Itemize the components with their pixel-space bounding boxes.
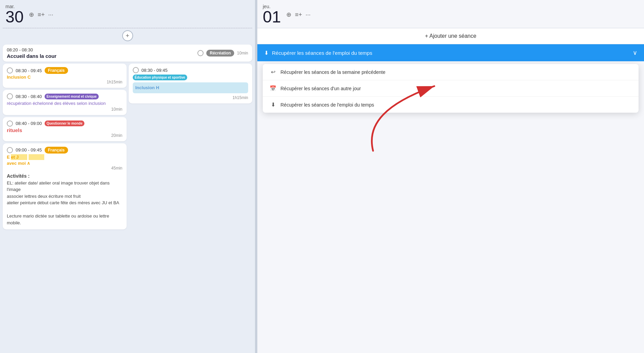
right-day-panel: jeu. 01 ⊕ ≡+ ··· + Ajouter une séance ⬇ … (257, 0, 644, 353)
more-icon[interactable]: ··· (48, 11, 53, 18)
right-day-number: 01 (263, 9, 281, 25)
filter-icon[interactable]: ≡+ (37, 11, 45, 18)
col-right: 08:30 - 09:45 Éducation physique et spor… (129, 64, 253, 229)
recreation-right: Récréation 10min (197, 50, 248, 57)
session2-content: récupération échelonné des élèves selon … (7, 100, 123, 107)
recreation-title: Accueil dans la cour (7, 53, 57, 59)
recuperer-semaine-precedente[interactable]: ↩ Récupérer les séances de la semaine pr… (263, 64, 639, 80)
right-download-icon[interactable]: ⊕ (286, 11, 291, 18)
qm-row-top: 08:40 - 09:00 Questionner le monde (7, 121, 123, 127)
session4-content: rituels (7, 127, 123, 133)
add-button-row: + (0, 28, 255, 43)
session5-content-orange: E et J (7, 154, 123, 160)
recuperer-left: ⬇ Récupérer les séances de l'emploi du t… (264, 50, 372, 56)
session-row-top: 08:30 - 09:45 Français (7, 67, 123, 74)
inclusion-h-card: Inclusion H (133, 82, 248, 93)
session2-time: 08:30 - 08:40 (16, 94, 42, 99)
recreation-duration: 10min (237, 51, 248, 55)
sessions-area: 08:20 - 08:30 Accueil dans la cour Récré… (0, 43, 255, 353)
session3-title: Inclusion H (135, 85, 159, 90)
left-day-header: mar. 30 ⊕ ≡+ ··· (0, 0, 255, 28)
session5-content2: avec moi ∧ (7, 161, 123, 166)
recreation-check[interactable] (197, 50, 204, 56)
session3-time: 08:30 - 09:45 (142, 68, 168, 73)
session-francais-inclusion[interactable]: 08:30 - 09:45 Français Inclusion C 1h15m… (3, 64, 127, 88)
undo-icon: ↩ (270, 69, 276, 75)
session5-time: 09:00 - 09:45 (16, 147, 42, 153)
recuperer-autre-jour[interactable]: 📅 Récupérer les séances d'un autre jour (263, 80, 639, 97)
recuperer-dropdown-header[interactable]: ⬇ Récupérer les séances de l'emploi du t… (257, 44, 644, 61)
session4-time: 08:40 - 09:00 (16, 121, 42, 126)
download-icon[interactable]: ⊕ (29, 11, 34, 18)
session3-badge: Éducation physique et sportive (133, 75, 187, 80)
check-inclusion-c[interactable] (7, 67, 13, 74)
recuperer-jour-label: Récupérer les séances d'un autre jour (280, 86, 361, 91)
recuperer-chevron: ∨ (633, 49, 637, 57)
right-filter-icon[interactable]: ≡+ (295, 11, 302, 18)
recreation-card[interactable]: 08:20 - 08:30 Accueil dans la cour Récré… (3, 45, 252, 62)
session5-activities: EL: atelier date/ atelier oral image tro… (7, 180, 123, 226)
right-header-icons: ⊕ ≡+ ··· (286, 11, 310, 18)
add-circle-button[interactable]: + (122, 30, 133, 41)
check-qm[interactable] (7, 121, 13, 127)
session2-duration: 10min (111, 107, 123, 112)
session1-title: Inclusion C (7, 75, 123, 80)
session-emc[interactable]: 08:30 - 08:40 Enseignement moral et civi… (3, 90, 127, 115)
session5-badge: Français (45, 147, 68, 154)
recuperer-icon: ⬇ (264, 50, 269, 56)
recuperer-semaine-label: Récupérer les séances de la semaine préc… (280, 69, 385, 75)
session-eps-inclusion[interactable]: 08:30 - 09:45 Éducation physique et spor… (129, 64, 253, 103)
import-icon: ⬇ (270, 101, 276, 108)
session5-duration: 45min (111, 166, 123, 171)
session-questionner[interactable]: 08:40 - 09:00 Questionner le monde ritue… (3, 117, 127, 141)
session1-time: 08:30 - 09:45 (16, 68, 42, 73)
session2-badge: Enseignement moral et civique (45, 94, 99, 99)
add-session-button[interactable]: + Ajouter une séance (257, 28, 644, 44)
left-header-icons: ⊕ ≡+ ··· (29, 11, 53, 18)
session-francais-moi[interactable]: 09:00 - 09:45 Français E et J avec moi ∧… (3, 143, 127, 230)
session4-badge: Questionner le monde (45, 121, 85, 126)
recreation-badge: Récréation (206, 50, 234, 57)
session5-activities-label: Activités : (7, 173, 123, 180)
recuperer-dropdown-menu: ↩ Récupérer les séances de la semaine pr… (263, 64, 639, 113)
recreation-left: 08:20 - 08:30 Accueil dans la cour (7, 47, 57, 59)
recuperer-emploi-label: Récupérer les séances de l'emploi du tem… (280, 102, 374, 108)
check-emc[interactable] (7, 93, 13, 99)
right-more-icon[interactable]: ··· (305, 11, 310, 18)
calendar-icon: 📅 (270, 85, 276, 92)
recreation-time: 08:20 - 08:30 (7, 47, 57, 52)
left-day-number: 30 (5, 9, 23, 25)
emc-row-top: 08:30 - 08:40 Enseignement moral et civi… (7, 93, 123, 99)
recuperer-emploi-temps[interactable]: ⬇ Récupérer les séances de l'emploi du t… (263, 97, 639, 113)
eps-row-top: 08:30 - 09:45 (133, 67, 248, 73)
check-eps[interactable] (133, 67, 139, 73)
recuperer-label: Récupérer les séances de l'emploi du tem… (272, 50, 372, 56)
session1-duration: 1h15min (107, 80, 122, 84)
session3-duration: 1h15min (232, 95, 248, 100)
check-fm[interactable] (7, 147, 13, 153)
right-content: + Ajouter une séance ⬇ Récupérer les séa… (257, 28, 644, 353)
two-col-section: 08:30 - 09:45 Français Inclusion C 1h15m… (3, 64, 252, 229)
fm-row-top: 09:00 - 09:45 Français (7, 147, 123, 154)
session1-badge: Français (45, 67, 68, 74)
session4-duration: 20min (111, 133, 123, 138)
left-day-panel: mar. 30 ⊕ ≡+ ··· + 08:20 - 08:30 Accueil… (0, 0, 255, 353)
right-day-header: jeu. 01 ⊕ ≡+ ··· (257, 0, 644, 28)
col-left: 08:30 - 09:45 Français Inclusion C 1h15m… (3, 64, 127, 229)
